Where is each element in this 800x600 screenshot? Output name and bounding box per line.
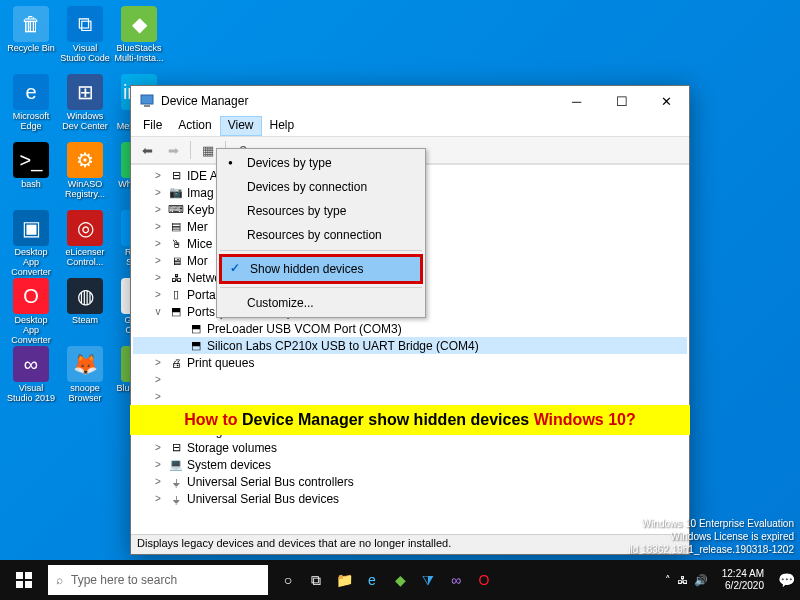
expand-icon[interactable]: > xyxy=(151,272,165,283)
tree-node[interactable]: ⬒PreLoader USB VCOM Port (COM3) xyxy=(133,320,687,337)
node-label: Keyb xyxy=(187,203,214,217)
opera-taskbar-icon[interactable]: O xyxy=(470,560,498,600)
device-icon: 💻 xyxy=(168,457,184,473)
taskbar-clock[interactable]: 12:24 AM 6/2/2020 xyxy=(714,568,772,592)
desktop-icon-elicenser-control-[interactable]: ◎eLicenser Control... xyxy=(60,210,110,268)
menu-action[interactable]: Action xyxy=(170,116,219,136)
node-label: Imag xyxy=(187,186,214,200)
tree-node[interactable]: >⏚Universal Serial Bus controllers xyxy=(133,473,687,490)
task-view-icon[interactable]: ⧉ xyxy=(302,560,330,600)
expand-icon[interactable]: > xyxy=(151,442,165,453)
menu-item-resources-by-connection[interactable]: Resources by connection xyxy=(219,223,423,247)
search-placeholder: Type here to search xyxy=(71,573,177,587)
forward-button[interactable]: ➡ xyxy=(161,139,185,161)
device-icon: ⬒ xyxy=(188,321,204,337)
desktop-icon-steam[interactable]: ◍Steam xyxy=(60,278,110,326)
tray-volume-icon[interactable]: 🔊 xyxy=(694,574,708,587)
menu-item-devices-by-connection[interactable]: Devices by connection xyxy=(219,175,423,199)
tray-network-icon[interactable]: 🖧 xyxy=(677,574,688,586)
menu-separator xyxy=(220,250,422,251)
desktop-icon-desktop-app-converter[interactable]: ▣Desktop App Converter xyxy=(6,210,56,278)
start-button[interactable] xyxy=(0,560,48,600)
tree-node[interactable]: > xyxy=(133,371,687,388)
edge-taskbar-icon[interactable]: e xyxy=(358,560,386,600)
device-icon: ▤ xyxy=(168,219,184,235)
desktop-icon-bluestacks-multi-insta-[interactable]: ◆BlueStacks Multi-Insta... xyxy=(114,6,164,64)
system-tray[interactable]: ˄ 🖧 🔊 xyxy=(659,574,714,587)
desktop-icon-bash[interactable]: >_bash xyxy=(6,142,56,190)
menu-view[interactable]: View xyxy=(220,116,262,136)
desktop-icon-desktop-app-converter[interactable]: ODesktop App Converter xyxy=(6,278,56,346)
node-label: Universal Serial Bus controllers xyxy=(187,475,354,489)
tray-chevron-icon[interactable]: ˄ xyxy=(665,574,671,587)
desktop-icon-winaso-registry-[interactable]: ⚙WinASO Registry... xyxy=(60,142,110,200)
device-icon: 🖧 xyxy=(168,270,184,286)
menu-help[interactable]: Help xyxy=(262,116,303,136)
desktop-icon-visual-studio-2019[interactable]: ∞Visual Studio 2019 xyxy=(6,346,56,404)
menu-item-resources-by-type[interactable]: Resources by type xyxy=(219,199,423,223)
node-label: System devices xyxy=(187,458,271,472)
titlebar[interactable]: Device Manager ─ ☐ ✕ xyxy=(131,86,689,116)
device-icon: ⌨ xyxy=(168,202,184,218)
device-icon: ⬒ xyxy=(188,338,204,354)
expand-icon[interactable]: > xyxy=(151,170,165,181)
desktop-icon-recycle-bin[interactable]: 🗑Recycle Bin xyxy=(6,6,56,54)
menu-item-show-hidden-devices[interactable]: Show hidden devices xyxy=(219,254,423,284)
expand-icon[interactable]: > xyxy=(151,391,165,402)
expand-icon[interactable]: > xyxy=(151,374,165,385)
bluestacks-taskbar-icon[interactable]: ◆ xyxy=(386,560,414,600)
tree-node[interactable]: ⬒Silicon Labs CP210x USB to UART Bridge … xyxy=(133,337,687,354)
expand-icon[interactable]: > xyxy=(151,289,165,300)
minimize-button[interactable]: ─ xyxy=(554,86,599,116)
app-icon: ▣ xyxy=(13,210,49,246)
expand-icon[interactable]: > xyxy=(151,204,165,215)
expand-icon[interactable]: > xyxy=(151,187,165,198)
node-label: Mice xyxy=(187,237,212,251)
expand-icon[interactable]: > xyxy=(151,459,165,470)
expand-icon[interactable]: v xyxy=(151,306,165,317)
cortana-icon[interactable]: ○ xyxy=(274,560,302,600)
desktop-icon-windows-dev-center[interactable]: ⊞Windows Dev Center xyxy=(60,74,110,132)
close-button[interactable]: ✕ xyxy=(644,86,689,116)
icon-label: BlueStacks Multi-Insta... xyxy=(114,44,164,64)
icon-label: Microsoft Edge xyxy=(6,112,56,132)
device-manager-icon xyxy=(139,93,155,109)
tree-node[interactable]: >⏚Universal Serial Bus devices xyxy=(133,490,687,507)
tree-node[interactable]: >💻System devices xyxy=(133,456,687,473)
vs-taskbar-icon[interactable]: ∞ xyxy=(442,560,470,600)
tree-node[interactable]: >🖨Print queues xyxy=(133,354,687,371)
view-menu-dropdown: Devices by typeDevices by connectionReso… xyxy=(216,148,426,318)
tree-node[interactable]: > xyxy=(133,388,687,405)
app-icon: ⚙ xyxy=(67,142,103,178)
device-icon xyxy=(168,372,184,388)
vscode-taskbar-icon[interactable]: ⧩ xyxy=(414,560,442,600)
banner-text-1: How to xyxy=(184,411,242,428)
expand-icon[interactable]: > xyxy=(151,238,165,249)
icon-label: eLicenser Control... xyxy=(60,248,110,268)
expand-icon[interactable]: > xyxy=(151,255,165,266)
explorer-icon[interactable]: 📁 xyxy=(330,560,358,600)
desktop-icon-microsoft-edge[interactable]: eMicrosoft Edge xyxy=(6,74,56,132)
device-icon xyxy=(168,389,184,405)
node-label: Mer xyxy=(187,220,208,234)
back-button[interactable]: ⬅ xyxy=(135,139,159,161)
app-icon: ◆ xyxy=(121,6,157,42)
expand-icon[interactable]: > xyxy=(151,476,165,487)
menu-item-customize-[interactable]: Customize... xyxy=(219,291,423,315)
expand-icon[interactable]: > xyxy=(151,493,165,504)
menu-file[interactable]: File xyxy=(135,116,170,136)
maximize-button[interactable]: ☐ xyxy=(599,86,644,116)
menubar: FileActionViewHelp xyxy=(131,116,689,136)
taskbar-search[interactable]: ⌕ Type here to search xyxy=(48,565,268,595)
device-icon: ⬒ xyxy=(168,304,184,320)
app-icon: ∞ xyxy=(13,346,49,382)
desktop-icon-visual-studio-code[interactable]: ⧉Visual Studio Code xyxy=(60,6,110,64)
expand-icon[interactable]: > xyxy=(151,357,165,368)
expand-icon[interactable]: > xyxy=(151,221,165,232)
action-center-icon[interactable]: 💬 xyxy=(772,560,800,600)
tree-node[interactable]: >⊟Storage volumes xyxy=(133,439,687,456)
device-icon: ⏚ xyxy=(168,474,184,490)
app-icon: ⊞ xyxy=(67,74,103,110)
desktop-icon-snoope-browser[interactable]: 🦊snoope Browser xyxy=(60,346,110,404)
menu-item-devices-by-type[interactable]: Devices by type xyxy=(219,151,423,175)
